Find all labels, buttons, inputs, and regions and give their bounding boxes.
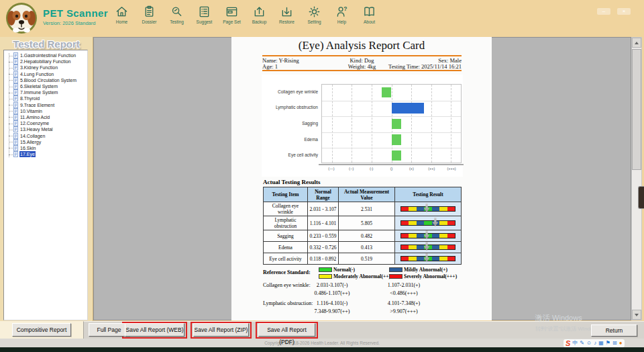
nav-about[interactable]: About xyxy=(356,5,383,24)
result-bar-segment xyxy=(432,234,439,238)
voice-icon[interactable]: ♪ xyxy=(594,339,596,347)
toolbox-icon[interactable]: ⊞ xyxy=(612,339,617,347)
scrollbar-track[interactable] xyxy=(631,37,642,320)
result-bar-segment xyxy=(417,245,424,249)
results-cell: Eye cell activity xyxy=(264,253,308,265)
reference-row-lymphatic-obstruction: Lymphatic obstruction:1.116-4.101(-)4.10… xyxy=(263,300,464,318)
results-col-header: Normal Range xyxy=(308,187,339,202)
results-cell: 1.116 - 4.101 xyxy=(308,216,339,230)
sidebar-item-eye[interactable]: 17.Eye xyxy=(4,151,87,157)
report-tree: 1.Gastrointestinal Function2.Hepatobilia… xyxy=(4,50,87,157)
keyboard-icon[interactable]: ▦ xyxy=(598,339,604,347)
report-doc-icon xyxy=(13,89,18,95)
return-button[interactable]: Return xyxy=(591,324,637,337)
tested-report-panel: 1.Gastrointestinal Function2.Hepatobilia… xyxy=(3,50,88,320)
results-cell: 0.413 xyxy=(339,242,395,253)
result-bar-segment xyxy=(401,257,409,261)
backup-icon xyxy=(253,5,266,18)
legend-label: Normal(-) xyxy=(333,267,355,273)
handwriting-icon[interactable]: ✎ xyxy=(580,339,584,347)
report-doc-icon xyxy=(13,120,18,126)
scrollbar-thumb[interactable] xyxy=(632,49,641,170)
results-col-header: Testing Item xyxy=(264,187,308,202)
x-tick-label: (-) xyxy=(370,167,374,171)
nav-label: Home xyxy=(116,19,127,24)
sidebar-item-coenzyme[interactable]: 12.Coenzyme xyxy=(4,120,87,126)
app-title-block: PET Scanner Version: 2026 Standard xyxy=(43,7,108,26)
sidebar-item-lung-function[interactable]: 4.Lung Function xyxy=(4,71,87,77)
nav-setting[interactable]: Setting xyxy=(301,5,328,24)
sidebar-item-hepatobiliary-function[interactable]: 2.Hepatobiliary Function xyxy=(4,58,87,64)
docked-panel-handle[interactable] xyxy=(638,186,644,209)
report-doc-icon xyxy=(13,108,18,114)
sidebar-item-collagen[interactable]: 14.Collagen xyxy=(4,132,87,138)
sidebar-item-blood-circulation-system[interactable]: 5.Blood Circulation System xyxy=(4,77,87,83)
emoji-icon[interactable]: ☺ xyxy=(586,339,592,347)
results-table: Testing ItemNormal RangeActual Measureme… xyxy=(263,187,462,265)
sidebar-item-gastrointestinal-function[interactable]: 1.Gastrointestinal Function xyxy=(4,52,87,58)
mouse-icon[interactable]: ● xyxy=(619,339,623,347)
result-bar-segment xyxy=(424,221,431,225)
chart-gridline xyxy=(411,85,412,163)
close-button[interactable]: × xyxy=(617,8,631,15)
sidebar-item-heavy-metal[interactable]: 13.Heavy Metal xyxy=(4,126,87,132)
nav-label: Backup xyxy=(252,19,267,24)
results-row-lymphatic-obstruction: Lymphatic obstruction1.116 - 4.1015.805 xyxy=(264,216,462,230)
skin-icon[interactable]: ⚑ xyxy=(606,339,610,347)
chart-category-label: Collagen eye wrinkle xyxy=(278,89,318,94)
nav-dossier[interactable]: Dossier xyxy=(136,5,163,24)
minimize-button[interactable]: – xyxy=(597,8,610,15)
nav-page-set[interactable]: Page Set xyxy=(218,5,246,24)
sidebar-item-trace-element[interactable]: 9.Trace Element xyxy=(4,102,87,108)
sidebar-item-thyroid[interactable]: 8.Thyroid xyxy=(4,95,87,101)
sidebar-title: Tested Report xyxy=(0,38,93,50)
sidebar-item-allergy[interactable]: 15.Allergy xyxy=(4,139,87,145)
scrollbar-down-button[interactable] xyxy=(632,310,641,320)
legend-label: Mildly Abnormal(+) xyxy=(404,267,447,273)
result-pointer-icon xyxy=(424,242,430,251)
legend-swatch xyxy=(389,267,402,272)
chart-row-separator xyxy=(322,148,461,148)
save-all-report-pdf-button[interactable]: Save All Report (PDF) xyxy=(258,323,315,337)
nav-backup[interactable]: Backup xyxy=(246,5,273,24)
save-all-report-web-button[interactable]: Save All Report (WEB) xyxy=(125,323,184,337)
sidebar-item-vitamin[interactable]: 10.Vitamin xyxy=(4,108,87,114)
patient-age: Age: 1 xyxy=(262,63,278,70)
sidebar-item-amino-acid[interactable]: 11.Amino Acid xyxy=(4,114,87,120)
results-cell: 0.118 - 0.892 xyxy=(308,253,339,265)
chinese-mode-icon[interactable]: 中 xyxy=(572,339,578,347)
chart-bar-edema xyxy=(392,134,402,145)
nav-help[interactable]: ?Help xyxy=(328,5,356,24)
sidebar: Tested Report 1.Gastrointestinal Functio… xyxy=(0,37,93,321)
sogou-logo-icon[interactable]: S xyxy=(566,339,570,347)
taskbar-edge xyxy=(0,347,644,352)
compositive-report-button[interactable]: Compositive Report xyxy=(12,323,71,337)
sidebar-item-skin[interactable]: 16.Skin xyxy=(4,145,87,151)
nav-testing[interactable]: Testing xyxy=(163,5,191,24)
legend-item-normal: Normal(-) xyxy=(319,267,355,273)
result-bar-segment xyxy=(447,245,455,249)
results-cell: 0.519 xyxy=(339,253,395,265)
chart-x-tick-labels: (---)(--)(-)()(+)(++)(+++) xyxy=(321,167,462,172)
sidebar-item-immune-system[interactable]: 7.Immune System xyxy=(4,89,87,95)
result-bar-segment xyxy=(409,257,416,261)
report-doc-icon xyxy=(13,151,18,157)
suggest-icon xyxy=(198,5,211,18)
result-bar-segment xyxy=(409,221,416,225)
chart-bar-collagen-eye-wrinkle xyxy=(382,87,392,98)
report-title: (Eye) Analysis Report Card xyxy=(231,39,492,52)
testing-result-cell xyxy=(395,230,462,242)
nav-suggest[interactable]: Suggest xyxy=(191,5,218,24)
nav-restore[interactable]: Restore xyxy=(273,5,301,24)
results-row-sagging: Sagging0.233 - 0.5590.482 xyxy=(264,230,462,242)
results-col-header: Actual Measurement Value xyxy=(339,187,395,202)
sidebar-item-label: 13.Heavy Metal xyxy=(19,126,54,132)
sidebar-item-skeletal-system[interactable]: 6.Skeletal System xyxy=(4,83,87,89)
save-all-report-zip-button[interactable]: Save All Report (ZIP) xyxy=(193,323,249,337)
nav-home[interactable]: Home xyxy=(108,5,136,24)
nav-label: Setting xyxy=(307,19,321,24)
scrollbar-up-button[interactable] xyxy=(632,38,641,48)
sidebar-item-kidney-function[interactable]: 3.Kidney Function xyxy=(4,64,87,71)
chart-bar-sagging xyxy=(392,119,402,130)
full-page-button[interactable]: Full Page xyxy=(89,323,129,337)
